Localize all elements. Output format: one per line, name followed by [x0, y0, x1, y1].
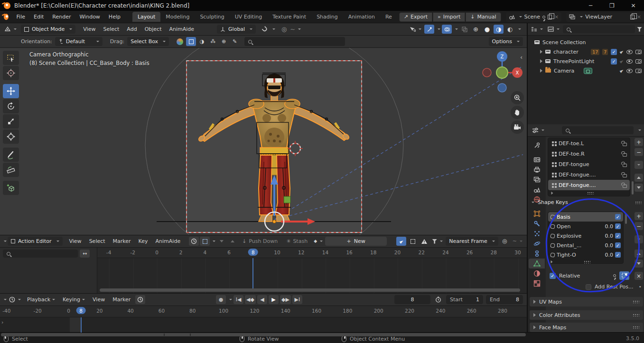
topbar-menu-item[interactable]: Window [75, 12, 104, 21]
list-resize-grip[interactable] [584, 260, 590, 263]
shading-solid-button[interactable]: ● [482, 25, 492, 34]
workspace-tab[interactable]: Sculpting [195, 12, 229, 22]
tab-tool[interactable] [530, 140, 544, 150]
shape-key-checkbox[interactable]: ✓ [615, 223, 621, 229]
vgroup-remove-button[interactable]: − [634, 148, 644, 157]
shading-wireframe-button[interactable]: ⊕ [471, 25, 481, 34]
transform-tool[interactable] [3, 130, 19, 144]
add-rest-checkbox[interactable]: ✓ [586, 284, 591, 290]
vertex-group-row[interactable]: DEF-toe.L [548, 138, 630, 148]
new-scene-icon[interactable] [548, 15, 552, 19]
tab-particles[interactable] [530, 229, 544, 239]
workspace-tab[interactable]: Layout [132, 12, 160, 22]
dope-playhead[interactable] [252, 258, 253, 290]
pan-hand-button[interactable] [511, 106, 524, 119]
close-button[interactable]: ✕ [623, 0, 644, 11]
axis-z-neg-ball[interactable] [498, 83, 506, 92]
zoom-button[interactable] [511, 91, 524, 104]
vertex-group-row[interactable]: DEF-tongue [548, 159, 630, 169]
dope-menu-item[interactable]: Marker [109, 237, 135, 246]
tab-scene[interactable] [530, 185, 544, 195]
viewport-menu-item[interactable]: Object [141, 25, 166, 34]
record-button[interactable]: ● [216, 295, 226, 304]
workspace-tab[interactable]: Animation [343, 12, 380, 22]
shape-keys-panel-header[interactable]: Shape Keys [532, 199, 642, 205]
axis-x-neg-ball[interactable] [483, 68, 491, 77]
outliner-row-camera[interactable]: Camera ► [540, 66, 642, 75]
lock-open-icon[interactable] [623, 174, 627, 177]
snap-toggle[interactable] [260, 25, 270, 34]
prev-frame-button[interactable]: ◀ [257, 295, 267, 304]
jump-to-start-button[interactable]: Ⅰ◀ [233, 295, 243, 304]
workspace-tab[interactable]: Shading [311, 12, 343, 22]
onion-skin-button[interactable] [200, 237, 210, 246]
hide-channels-toggle[interactable] [408, 237, 418, 246]
object-visibility-button[interactable] [408, 25, 423, 34]
orientation-default-selector[interactable]: Default [55, 37, 103, 46]
only-selected-toggle[interactable]: ► [396, 237, 406, 246]
lock-open-icon[interactable] [623, 143, 627, 146]
timeline-expand-icon[interactable]: › [1, 319, 3, 325]
shape-key-checkbox[interactable]: ✓ [615, 252, 621, 258]
workspace-tab[interactable]: UV Editing [230, 12, 267, 22]
viewport-menu-item[interactable]: View [79, 25, 99, 34]
matcap-ball-icon[interactable] [177, 38, 183, 45]
measure-tool[interactable] [3, 163, 19, 177]
sidebar-toggle-icon[interactable]: ‹ [520, 54, 523, 61]
render-camera-icon[interactable] [635, 50, 642, 54]
panel-color-attributes[interactable]: Color Attributes [530, 310, 643, 320]
keying-menu[interactable]: Keying [59, 295, 89, 304]
workspace-tab[interactable]: Texture Paint [267, 12, 311, 22]
render-camera-icon[interactable] [635, 59, 642, 64]
topbar-menu-item[interactable]: File [12, 12, 29, 21]
vgroup-specials-button[interactable] [634, 160, 644, 169]
viewport-3d[interactable]: Camera Orthographic (8) Scene Collection… [0, 48, 527, 235]
dope-menu-item[interactable]: Key [135, 237, 152, 246]
vertex-group-row[interactable]: DEF-tongue.... [548, 169, 630, 180]
selectable-icon[interactable]: ► [619, 68, 625, 74]
falloff-curve-icon[interactable]: ~ [290, 27, 295, 32]
list-specials-icon[interactable] [551, 260, 553, 263]
tab-texture[interactable] [530, 278, 544, 288]
vertex-group-row[interactable]: DEF-toe.R [548, 148, 630, 159]
channel-expand-button[interactable]: ↔ [80, 250, 90, 258]
select-mode-globe-button[interactable]: ⊕ [219, 37, 229, 46]
proportional-edit-toggle[interactable]: ◎ [279, 25, 289, 34]
select-mode-pose-button[interactable]: ⁂ [208, 37, 218, 46]
shape-key-value[interactable]: 0.0 [601, 252, 613, 258]
select-mode-brush-button[interactable]: ✎ [230, 37, 240, 46]
select-mode-sphere-button[interactable]: ◑ [197, 37, 207, 46]
annotate-tool[interactable] [3, 148, 19, 162]
playback-menu[interactable]: Playback [23, 295, 59, 304]
shapekey-specials-button[interactable] [634, 235, 644, 244]
dope-proportional-toggle[interactable]: ◎ [500, 237, 510, 246]
axis-y-ball[interactable] [496, 67, 508, 78]
show-gizmos-toggle[interactable] [424, 25, 434, 34]
overlays-options-icon[interactable] [455, 28, 458, 30]
properties-search-field[interactable] [562, 126, 634, 134]
play-button[interactable]: ▶ [269, 295, 279, 304]
shape-key-row[interactable]: Tight-O 0.0 ✓ [548, 250, 623, 260]
timeline-editor-type-button[interactable] [8, 295, 22, 304]
errors-toggle[interactable] [419, 237, 429, 246]
mode-selector[interactable]: Object Mode [21, 25, 75, 34]
outliner-display-mode-button[interactable] [530, 25, 544, 34]
lock-open-icon[interactable] [623, 153, 627, 157]
shape-key-checkbox[interactable]: ✓ [615, 233, 621, 239]
shape-key-checkbox[interactable]: ✓ [615, 214, 621, 220]
view-menu[interactable]: View [89, 295, 109, 304]
vgroup-scrollbar[interactable] [632, 181, 634, 195]
tab-object-data[interactable] [529, 259, 545, 269]
vgroup-move-up-button[interactable] [634, 173, 644, 182]
maximize-button[interactable]: ❐ [601, 0, 623, 11]
minimize-button[interactable]: ─ [580, 0, 601, 11]
add-cube-tool[interactable] [3, 181, 19, 195]
tab-modifiers[interactable] [530, 219, 544, 229]
dope-menu-item[interactable]: AnimAide [152, 237, 185, 246]
lock-open-icon[interactable] [623, 164, 627, 167]
character-checkbox[interactable]: ✓ [611, 49, 617, 55]
shape-key-row[interactable]: Open 0.0 ✓ [548, 222, 623, 231]
drag-selector[interactable]: Select Box [127, 37, 169, 46]
timeline-track-area[interactable]: › [0, 317, 527, 333]
selectable-icon[interactable]: ► [619, 49, 625, 55]
